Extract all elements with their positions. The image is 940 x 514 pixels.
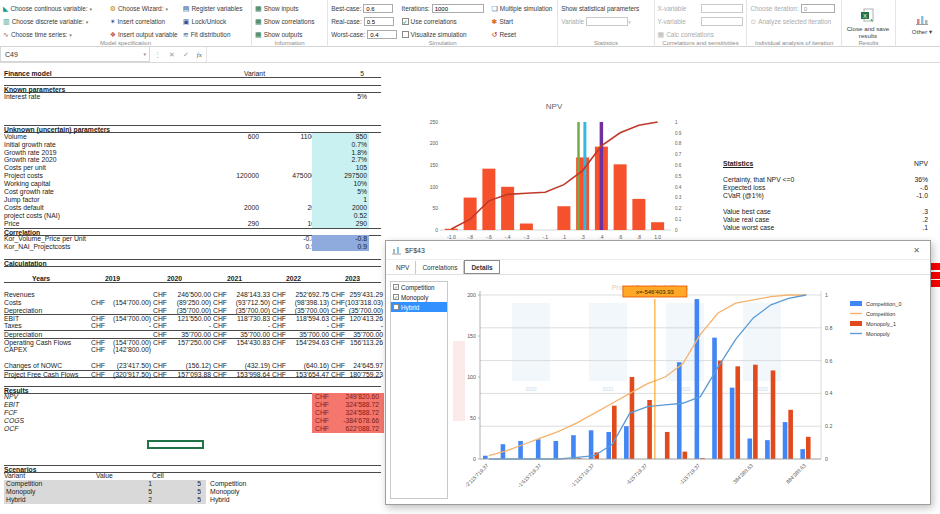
cell-value[interactable]: 10 bbox=[260, 220, 315, 228]
ribbon-item-register-variables[interactable]: ▤Register variables bbox=[183, 2, 248, 15]
cell-value[interactable]: 850 bbox=[312, 133, 369, 141]
cell-value[interactable]: (89'250.00) bbox=[166, 299, 211, 307]
result-cell[interactable]: CHF324'588.72 bbox=[312, 409, 384, 417]
sim-field-input-0[interactable] bbox=[363, 4, 393, 13]
cell-value[interactable]: -0.8 bbox=[312, 235, 369, 243]
sim-field-input-1[interactable] bbox=[364, 17, 394, 26]
cell-text[interactable]: Variant bbox=[244, 70, 304, 78]
cell-value[interactable]: 1 bbox=[312, 196, 369, 204]
result-label[interactable]: COGS bbox=[4, 417, 94, 425]
cell-label[interactable]: Interest rate bbox=[4, 93, 164, 101]
cell-value[interactable]: 1100 bbox=[260, 133, 315, 141]
cell-value[interactable]: 600 bbox=[204, 133, 259, 141]
scenario-value[interactable]: 2 bbox=[104, 496, 152, 504]
cell-value[interactable]: (35'700.00) bbox=[344, 307, 383, 315]
ribbon-item-wizard[interactable]: ⚙Choose Wizard:▾ bbox=[110, 2, 183, 15]
result-cell[interactable]: CHF-384'678.66 bbox=[312, 417, 384, 425]
cell-label[interactable]: Kor_NAI_Projectcosts bbox=[4, 243, 164, 251]
list-item-hybrid[interactable]: Hybrid bbox=[391, 302, 447, 312]
cell-value[interactable]: 10% bbox=[312, 180, 369, 188]
scenario-value[interactable]: 5 bbox=[104, 488, 152, 496]
result-cell[interactable]: CHF622'088.72 bbox=[312, 425, 384, 433]
close-and-save-results-button[interactable]: X Close and save results bbox=[845, 2, 891, 45]
result-label[interactable]: NPV bbox=[4, 393, 94, 401]
cell-label[interactable]: Finance model bbox=[4, 70, 164, 78]
popup-close-icon[interactable]: ✕ bbox=[909, 246, 924, 255]
npv-histogram-chart[interactable]: NPV05010015020025000.10.20.30.40.50.60.7… bbox=[412, 95, 702, 253]
other-button[interactable]: Other ▾ bbox=[899, 2, 940, 45]
cell-value[interactable]: 2.7% bbox=[312, 156, 369, 164]
cell-label[interactable]: Working capital bbox=[4, 180, 164, 188]
details-combo-chart[interactable]: Project Free Cash Flows20202021202220230… bbox=[450, 281, 928, 501]
ribbon-item-start[interactable]: ✱Start bbox=[492, 15, 555, 28]
analyze-selected-iteration[interactable]: ⊙ Analyze selected iteration bbox=[750, 15, 838, 28]
cell-label[interactable]: Costs default bbox=[4, 204, 164, 212]
cell-label[interactable]: Price bbox=[4, 220, 164, 228]
scenario-cell[interactable]: 5 bbox=[159, 496, 201, 504]
ribbon-item-bar-chart[interactable]: ▥Choose discrete variable:▾ bbox=[3, 15, 110, 28]
cell-label[interactable]: Revenues bbox=[4, 291, 94, 299]
enter-icon[interactable]: ✓ bbox=[179, 51, 193, 59]
scenario-variant[interactable]: Competition bbox=[6, 480, 96, 488]
cell-value[interactable]: - bbox=[226, 322, 270, 330]
cell-value[interactable]: - bbox=[285, 322, 329, 330]
tab-correlations[interactable]: Correlations bbox=[416, 261, 464, 274]
cell-value[interactable]: (35'700.00) bbox=[285, 307, 329, 315]
year-header[interactable]: 2022 bbox=[286, 275, 316, 283]
cell-label[interactable]: CAPEX bbox=[4, 346, 94, 354]
scenario-cell[interactable]: 5 bbox=[159, 488, 201, 496]
cell-value[interactable]: 259'431.29 bbox=[344, 291, 383, 299]
cell-value[interactable]: (154'700.00) bbox=[104, 299, 151, 307]
result-label[interactable]: FCF bbox=[4, 409, 94, 417]
year-header[interactable]: 2021 bbox=[227, 275, 257, 283]
cell-label[interactable]: Growth rate 2020 bbox=[4, 156, 164, 164]
show-statistical-parameters[interactable]: Show statistical parameters bbox=[561, 2, 650, 15]
formula-menu-icon[interactable]: ⋮ bbox=[150, 51, 165, 59]
cancel-icon[interactable]: ✕ bbox=[165, 51, 179, 59]
cell-value[interactable]: - bbox=[166, 322, 211, 330]
cell-label[interactable]: Costs bbox=[4, 299, 94, 307]
cell-label[interactable]: Growth rate 2019 bbox=[4, 149, 164, 157]
scenario-variant[interactable]: Monopoly bbox=[6, 488, 96, 496]
cell-value[interactable]: - bbox=[104, 322, 151, 330]
cell-value[interactable]: 2000 bbox=[204, 204, 259, 212]
ribbon-item-area-chart[interactable]: ◣Choose continous variable:▾ bbox=[3, 2, 110, 15]
result-cell[interactable]: CHF249'820.60 bbox=[312, 393, 384, 401]
cell-value[interactable]: 5 bbox=[304, 70, 364, 78]
year-header[interactable]: 2019 bbox=[105, 275, 135, 283]
choose-iteration-input[interactable] bbox=[801, 4, 835, 13]
name-box[interactable]: C49 ▾ bbox=[0, 47, 150, 62]
cell-value[interactable]: 20 bbox=[260, 204, 315, 212]
cell-value[interactable]: 290 bbox=[312, 220, 369, 228]
cell-value[interactable]: 297500 bbox=[312, 172, 369, 180]
cell-value[interactable]: (35'700.00) bbox=[226, 307, 270, 315]
list-item-competition[interactable]: ✓Competition bbox=[391, 282, 447, 292]
cell-value[interactable]: (142'800.00) bbox=[104, 346, 151, 354]
cell-value[interactable]: (640.16) bbox=[285, 362, 329, 370]
selected-cell[interactable] bbox=[147, 440, 204, 449]
scenario-value[interactable]: 1 bbox=[104, 480, 152, 488]
cell-value[interactable]: - bbox=[344, 322, 383, 330]
cell-label[interactable]: Project costs bbox=[4, 172, 164, 180]
cell-value[interactable]: 105 bbox=[312, 164, 369, 172]
year-header[interactable]: 2020 bbox=[167, 275, 197, 283]
formula-input[interactable] bbox=[207, 47, 940, 62]
scenario-variant[interactable]: Hybrid bbox=[6, 496, 96, 504]
cell-label[interactable]: Cost growth rate bbox=[4, 188, 164, 196]
cell-label[interactable]: Jump factor bbox=[4, 196, 164, 204]
cell-value[interactable]: 120000 bbox=[204, 172, 259, 180]
cell-label[interactable]: Taxes bbox=[4, 322, 94, 330]
tab-details[interactable]: Details bbox=[464, 260, 499, 274]
cell-value[interactable]: (93'712.50) bbox=[226, 299, 270, 307]
cell-value[interactable]: 0.9 bbox=[312, 243, 369, 251]
ribbon-item-multiple-simulation[interactable]: ❏Multiple simulation bbox=[492, 2, 555, 15]
cell-label[interactable]: Changes of NOWC bbox=[4, 362, 94, 370]
name-box-dropdown-icon[interactable]: ▾ bbox=[143, 51, 146, 57]
cell-value[interactable]: (103'318.03) bbox=[344, 299, 383, 307]
cell-value[interactable]: (35'700.00) bbox=[166, 307, 211, 315]
cell-value[interactable]: -0.8 bbox=[260, 235, 315, 243]
x-variable-select[interactable] bbox=[701, 4, 743, 13]
checkbox-use-correlations[interactable]: ✓Use correlations bbox=[402, 15, 492, 28]
ribbon-item-show-inputs[interactable]: ▦Show inputs bbox=[255, 2, 324, 15]
ribbon-item-correlation[interactable]: ✶Insert correlation bbox=[110, 15, 183, 28]
